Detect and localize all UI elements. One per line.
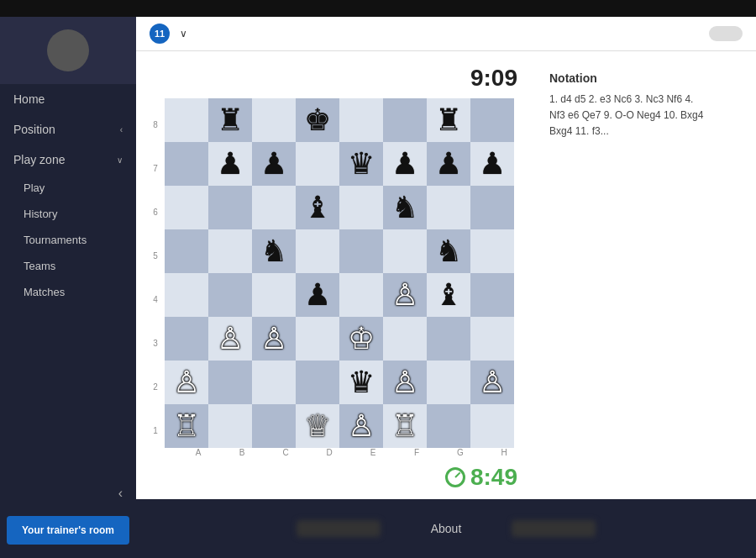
chess-square-f1[interactable]: ♖ [383,404,427,448]
sidebar-item-matches[interactable]: Matches [0,279,136,305]
top-bar [0,0,756,17]
chevron-down-icon: ∨ [117,155,123,165]
rank-4: 4 [150,278,161,322]
chess-square-b2[interactable] [208,361,252,404]
chess-square-d5[interactable] [296,229,339,273]
chess-square-c4[interactable] [252,273,296,317]
notification-badge[interactable]: 11 [150,24,170,44]
notation-panel: Notation 1. d4 d5 2. e3 Nc6 3. Nc3 Nf6 4… [543,65,711,486]
avatar [47,29,89,71]
sidebar-item-teams[interactable]: Teams [0,253,136,279]
chess-square-d6[interactable]: ♝ [296,186,339,229]
sidebar-collapse-button[interactable]: ‹ [0,477,136,509]
sidebar-item-home[interactable]: Home [0,84,136,114]
chess-square-h1[interactable] [470,404,514,448]
chess-square-h3[interactable] [470,317,514,361]
chess-square-c7[interactable]: ♟ [252,142,296,186]
bottom-timer: 8:49 [445,464,526,491]
rank-7: 7 [150,147,161,191]
chess-square-g5[interactable]: ♞ [427,229,470,273]
chess-square-g3[interactable] [427,317,470,361]
rank-1: 1 [150,409,161,453]
footer-about-link[interactable]: About [431,522,462,535]
chess-square-f8[interactable] [383,98,427,142]
chess-square-h7[interactable]: ♟ [470,142,514,186]
rank-3: 3 [150,322,161,366]
chess-square-f5[interactable] [383,229,427,273]
chess-square-g1[interactable] [427,404,470,448]
chevron-left-icon: ‹ [118,486,123,501]
sidebar-item-label: Play zone [13,153,65,166]
chess-square-c6[interactable] [252,186,296,229]
chess-square-e4[interactable] [339,273,383,317]
sidebar-item-history[interactable]: History [0,201,136,227]
chess-square-d3[interactable] [296,317,339,361]
chess-square-f6[interactable]: ♞ [383,186,427,229]
chess-square-d4[interactable]: ♟ [296,273,339,317]
chess-square-e6[interactable] [339,186,383,229]
chess-square-e2[interactable]: ♛ [339,361,383,404]
chess-square-a6[interactable] [165,186,208,229]
chess-square-f7[interactable]: ♟ [383,142,427,186]
board-area: 9:09 8 7 6 5 4 3 2 1 ♜♚♜♟♟♛♟♟♟♝♞♞♞♟♙♝♙♙♔… [136,51,756,499]
header-dropdown[interactable]: ∨ [180,28,187,39]
chess-square-h4[interactable] [470,273,514,317]
chess-square-g6[interactable] [427,186,470,229]
board-wrapper: 9:09 8 7 6 5 4 3 2 1 ♜♚♜♟♟♛♟♟♟♝♞♞♞♟♙♝♙♙♔… [150,65,526,486]
chess-square-f4[interactable]: ♙ [383,273,427,317]
chess-square-b8[interactable]: ♜ [208,98,252,142]
chess-square-g8[interactable]: ♜ [427,98,470,142]
chess-square-c8[interactable] [252,98,296,142]
chess-square-f3[interactable] [383,317,427,361]
chess-square-b7[interactable]: ♟ [208,142,252,186]
chess-square-e3[interactable]: ♔ [339,317,383,361]
content-header: 11 ∨ [136,17,756,51]
chess-square-b3[interactable]: ♙ [208,317,252,361]
chess-square-d2[interactable] [296,361,339,404]
toggle-switch[interactable] [709,26,743,41]
chess-square-e8[interactable] [339,98,383,142]
chess-square-b6[interactable] [208,186,252,229]
trainer-room-button[interactable]: Your trainer's room [7,516,129,545]
chess-square-a2[interactable]: ♙ [165,361,208,404]
chess-square-h8[interactable] [470,98,514,142]
chess-square-b5[interactable] [208,229,252,273]
chess-square-d7[interactable] [296,142,339,186]
chess-square-b1[interactable] [208,404,252,448]
sidebar-item-tournaments[interactable]: Tournaments [0,227,136,253]
chess-square-h5[interactable] [470,229,514,273]
chess-square-e5[interactable] [339,229,383,273]
chess-square-c3[interactable]: ♙ [252,317,296,361]
chess-square-b4[interactable] [208,273,252,317]
sidebar-item-play-zone[interactable]: Play zone ∨ [0,145,136,175]
sidebar: Home Position ‹ Play zone ∨ Play History… [0,17,136,558]
sidebar-item-position[interactable]: Position ‹ [0,114,136,145]
chess-square-a5[interactable] [165,229,208,273]
chess-square-c5[interactable]: ♞ [252,229,296,273]
sidebar-item-play[interactable]: Play [0,175,136,201]
chess-square-e7[interactable]: ♛ [339,142,383,186]
chess-square-c1[interactable] [252,404,296,448]
chess-container: 8 7 6 5 4 3 2 1 ♜♚♜♟♟♛♟♟♟♝♞♞♞♟♙♝♙♙♔♙♛♙♙♖… [150,98,526,457]
chess-square-a4[interactable] [165,273,208,317]
sidebar-avatar-area [0,17,136,84]
chess-square-h6[interactable] [470,186,514,229]
file-labels: A B C D E F G H [165,448,526,457]
footer-left-blurred [297,520,381,537]
chess-square-f2[interactable]: ♙ [383,361,427,404]
chess-square-d8[interactable]: ♚ [296,98,339,142]
chess-square-g7[interactable]: ♟ [427,142,470,186]
chess-square-e1[interactable]: ♙ [339,404,383,448]
chess-square-a8[interactable] [165,98,208,142]
chess-square-a3[interactable] [165,317,208,361]
chess-square-a7[interactable] [165,142,208,186]
chess-square-h2[interactable]: ♙ [470,361,514,404]
chess-square-g2[interactable] [427,361,470,404]
footer: About [136,499,756,558]
chess-square-a1[interactable]: ♖ [165,404,208,448]
chess-square-d1[interactable]: ♕ [296,404,339,448]
notation-text: 1. d4 d5 2. e3 Nc6 3. Nc3 Nf6 4. Nf3 e6 … [549,92,704,140]
chess-board[interactable]: ♜♚♜♟♟♛♟♟♟♝♞♞♞♟♙♝♙♙♔♙♛♙♙♖♕♙♖ [165,98,526,448]
chess-square-c2[interactable] [252,361,296,404]
chess-square-g4[interactable]: ♝ [427,273,470,317]
